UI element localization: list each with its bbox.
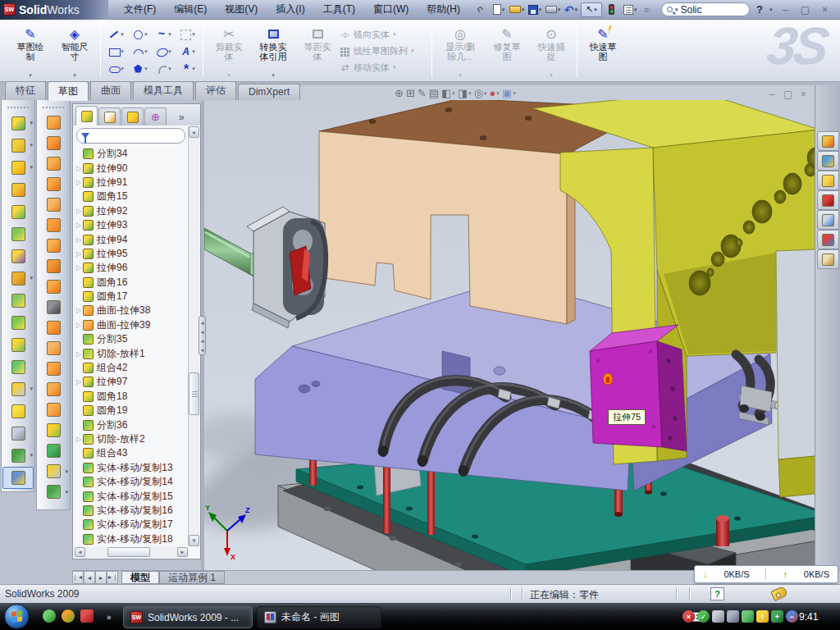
tab-evaluate[interactable]: 评估 [195,81,236,100]
curve-icon[interactable] [2,445,34,467]
configurationmanager-tab[interactable] [121,107,144,126]
nav-prev-button[interactable]: ◄ [84,571,95,584]
feature-tree-item[interactable]: 圆角17 [75,290,186,304]
network-speed-widget[interactable]: ↓ 0KB/S ↑ 0KB/S [694,565,838,583]
trim-entities-button[interactable]: ✂ 剪裁实 体▾ [207,23,251,80]
expand-arrow-icon[interactable] [75,264,83,272]
view-palette-tab[interactable] [817,210,839,230]
menu-item[interactable]: 编辑(E) [167,1,214,18]
extruded-boss-icon[interactable] [2,112,34,135]
magnify-icon[interactable]: ✎ [418,87,427,99]
toolbar-grip[interactable] [7,107,29,110]
appearances-icon[interactable]: ● [490,87,500,99]
feature-tree-item[interactable]: 拉伸91 [75,176,186,189]
panel-collapse-handle[interactable]: ◂ ◂ ◂ ◂ [199,316,206,355]
apply-scene-icon[interactable]: ▣ [502,87,516,99]
dome-icon[interactable] [38,441,69,461]
expand-arrow-icon[interactable] [75,221,83,229]
zoom-to-fit-icon[interactable]: ⊕ [395,87,404,99]
feature-tree-item[interactable]: 实体-移动/复制15 [75,489,186,503]
feature-tree-item[interactable]: 实体-移动/复制17 [75,518,186,532]
3d-model-scene[interactable]: Y Z X [204,100,815,570]
trim-surface-icon[interactable] [38,358,69,379]
planar-surface-icon[interactable] [38,215,69,235]
messenger-icon[interactable] [43,609,56,623]
tab-surfaces[interactable]: 曲面 [90,81,131,100]
propertymanager-tab[interactable] [98,107,121,126]
feature-tree-item[interactable]: 实体-移动/复制14 [75,475,186,489]
tab-features[interactable]: 特征 [5,81,46,100]
expand-arrow-icon[interactable] [75,250,83,258]
feature-tree-item[interactable]: 切除-放样1 [75,346,186,360]
search-box[interactable]: ▾ [661,2,750,16]
move-copy-body-icon[interactable] [2,356,34,378]
overflow-chevron[interactable]: » [179,112,185,126]
offset-entities-button[interactable]: 等距实 体 [295,23,340,80]
help-dropdown-icon[interactable]: ▾ [769,7,773,13]
doc-restore-button[interactable]: ▢ [783,89,792,100]
filled-surface-icon[interactable] [38,194,69,215]
expand-arrow-icon[interactable] [75,378,83,386]
scroll-up-button[interactable]: ▲ [189,126,199,138]
feature-tree-item[interactable]: 圆角15 [75,189,186,203]
polygon-tool[interactable]: ▾ [128,60,152,77]
feature-tree-item[interactable]: 曲面-拉伸39 [75,318,186,332]
section-view-icon[interactable]: ▤ [429,87,439,99]
feature-tree-item[interactable]: 圆角18 [75,390,186,404]
model-tab[interactable]: 模型 [121,571,159,584]
feature-tree-item[interactable]: 拉伸93 [75,218,186,232]
feature-tree-item[interactable]: 拉伸94 [75,232,186,246]
fillet-icon[interactable] [2,157,34,179]
custom-properties-tab[interactable] [817,249,839,269]
new-document-button[interactable]: ▾ [491,2,507,17]
view-orientation-icon[interactable]: ◧ [441,87,455,99]
scroll-left-button[interactable]: ◄ [75,547,85,557]
feature-tree-item[interactable]: 组合42 [75,361,186,375]
nav-next-button[interactable]: ► [95,571,107,584]
nav-last-button[interactable]: ►❘ [107,571,118,584]
feature-tree-item[interactable]: 曲面-拉伸38 [75,304,186,317]
menu-item[interactable]: 文件(F) [116,1,163,18]
scroll-thumb[interactable] [107,547,150,557]
hide-show-items-icon[interactable]: ◎ [474,87,487,99]
untrim-surface-icon[interactable] [38,379,69,399]
swept-boss-icon[interactable] [2,179,34,201]
appearances-scenes-tab[interactable] [817,230,839,249]
defender-icon[interactable]: + [771,610,783,623]
extruded-cut-icon[interactable] [2,135,34,157]
solidworks-resources-tab[interactable] [817,131,839,151]
rib-icon[interactable] [2,290,34,312]
dimxpertmanager-tab[interactable]: ⊕ [144,107,167,126]
search-input[interactable] [681,4,733,16]
line-tool[interactable]: ▾ [104,25,128,43]
replace-face-icon[interactable] [38,317,69,338]
expand-arrow-icon[interactable] [75,236,83,244]
menu-item[interactable]: 工具(T) [316,1,363,18]
security-alert-icon[interactable]: × [682,610,695,623]
surface-fillet-icon[interactable] [38,420,69,441]
print-button[interactable]: ▾ [545,2,561,17]
point-tool[interactable]: ▾ [176,60,199,77]
save-button[interactable]: ▾ [527,2,543,17]
circle-tool[interactable]: ▾ [128,25,152,43]
nav-first-button[interactable]: ❘◄ [72,571,84,584]
arc-tool[interactable]: ▾ [128,43,152,60]
mirror-entities-button[interactable]: 镜向实体 ▾ [340,26,428,43]
menu-item[interactable]: 视图(V) [217,1,265,18]
open-button[interactable]: ▾ [509,2,525,17]
swept-surface-icon[interactable] [38,112,69,133]
quick-launch-overflow[interactable]: » [107,613,112,622]
display-delete-relations-button[interactable]: ◎ 显示/删 除几...▾ [436,23,485,80]
feature-tree-item[interactable]: 拉伸97 [75,375,186,389]
taskbar-clock[interactable]: 9:41 [799,611,818,623]
quick-snaps-button[interactable]: ⊙ 快速捕 捉▾ [529,23,573,80]
feature-tree-item[interactable]: 切除-放样2 [75,432,186,446]
toolbar-grip[interactable] [43,107,64,110]
pin-icon[interactable] [472,2,489,17]
revolved-surface-icon[interactable] [38,133,69,153]
tree-horizontal-scrollbar[interactable]: ◄ ► [75,547,188,558]
rapid-sketch-button[interactable]: ✎ 快速草 图 [581,23,625,80]
offset-surface-icon[interactable] [38,235,69,256]
sketch-fillet-tool[interactable]: ▾ [152,60,176,77]
feature-tree-item[interactable]: 实体-移动/复制18 [75,532,186,546]
